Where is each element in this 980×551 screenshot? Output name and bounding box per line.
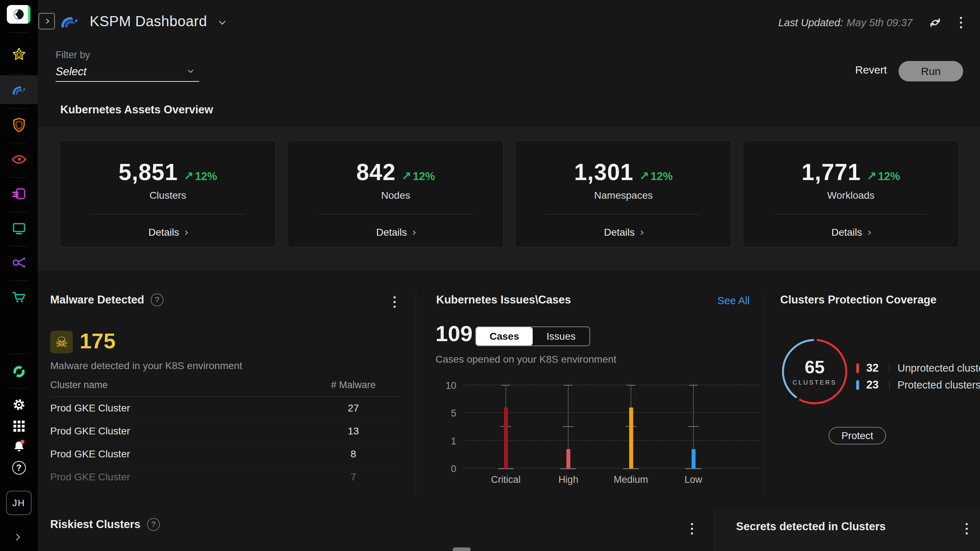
sidebar-item-apps[interactable]: [0, 416, 38, 436]
card-divider: [318, 214, 473, 215]
malware-table-header: Cluster name # Malware: [50, 379, 400, 397]
run-button[interactable]: Run: [899, 61, 963, 81]
table-row[interactable]: Prod GKE Cluster13: [50, 420, 400, 443]
table-row[interactable]: Prod GKE Cluster7: [50, 466, 400, 484]
riskiest-kebab-menu[interactable]: [689, 521, 695, 537]
revert-button[interactable]: Revert: [855, 64, 887, 76]
apps-grid-icon: [12, 419, 26, 433]
protect-button[interactable]: Protect: [829, 427, 886, 444]
card-divider: [546, 214, 700, 215]
star-icon: [11, 46, 27, 63]
issues-description: Cases opened on your K8S environment: [436, 354, 616, 365]
product-logo[interactable]: [7, 5, 30, 24]
sidebar-item-protection[interactable]: [0, 110, 38, 139]
user-avatar[interactable]: JH: [6, 491, 32, 515]
riskiest-help-icon[interactable]: ?: [147, 518, 160, 531]
monitor-icon: [11, 220, 27, 236]
cart-icon: [11, 289, 27, 305]
see-all-link[interactable]: See All: [718, 295, 750, 307]
sidebar-expand-button[interactable]: [14, 535, 19, 541]
details-link[interactable]: Details: [376, 227, 415, 238]
riskiest-clusters-title: Riskiest Clusters: [50, 518, 141, 531]
sidebar-item-kspm-active[interactable]: [0, 75, 38, 104]
sidebar-item-connections[interactable]: [0, 248, 38, 277]
horizontal-scrollbar-thumb[interactable]: [453, 548, 471, 551]
stat-value: 842: [356, 159, 396, 185]
sidebar-item-detections[interactable]: [0, 145, 38, 174]
table-row[interactable]: Prod GKE Cluster27: [50, 397, 400, 420]
legend-tick-blue: [856, 380, 859, 390]
x-label-low: Low: [668, 474, 719, 485]
trend-up-arrow-icon: ↗: [639, 169, 649, 183]
trend-badge: ↗12%: [639, 169, 673, 183]
severity-chart: 0 1 5 10 Critical High Medium Low: [463, 385, 760, 468]
malware-panel-title: Malware Detected: [50, 293, 144, 306]
kspm-dashboard-app: ? JH KSPM Dashboard Last Updated:May 5th…: [0, 0, 980, 551]
stat-value: 1,301: [574, 159, 633, 185]
chevron-right-icon: [183, 230, 188, 235]
sidebar-item-notifications[interactable]: [0, 436, 38, 456]
chart-column-critical: Critical: [498, 385, 514, 468]
assets-overview-title: Kubernetes Assets Overview: [60, 104, 213, 116]
legend-unprotected: 32 Unprotected clusters: [856, 361, 980, 374]
kspm-header-icon: [57, 10, 82, 32]
secrets-panel-title: Secrets detected in Clusters: [736, 520, 886, 533]
tab-cases[interactable]: Cases: [476, 327, 533, 346]
chevron-right-icon: [866, 230, 871, 235]
details-link[interactable]: Details: [604, 227, 643, 238]
sidebar-item-help[interactable]: ?: [0, 458, 38, 478]
y-tick-0: 0: [451, 463, 456, 475]
stat-value: 5,851: [119, 159, 178, 185]
bar-high[interactable]: [566, 449, 570, 468]
sidebar-item-export[interactable]: [0, 179, 38, 208]
details-link[interactable]: Details: [832, 227, 870, 238]
sidebar-item-endpoints[interactable]: [0, 214, 38, 242]
notifications-bell-icon: [11, 439, 27, 454]
legend-tick-red: [856, 363, 859, 373]
details-link[interactable]: Details: [148, 227, 188, 238]
share-icon: [11, 254, 27, 271]
malware-help-icon[interactable]: ?: [151, 293, 164, 306]
stat-card-namespaces: 1,301 ↗12% Namespaces Details: [515, 141, 732, 247]
protection-donut-chart: 65 CLUSTERS: [780, 336, 850, 407]
page-title: KSPM Dashboard: [90, 13, 207, 29]
sidebar-item-compliance[interactable]: [0, 40, 38, 69]
header-right: Last Updated:May 5th 09:37: [778, 14, 964, 31]
title-chevron-down-icon[interactable]: [219, 18, 225, 24]
stat-card-nodes: 842 ↗12% Nodes Details: [288, 141, 504, 247]
header-kebab-menu[interactable]: [958, 15, 964, 30]
trend-up-arrow-icon: ↗: [401, 169, 412, 183]
chart-column-low: Low: [686, 385, 701, 468]
bar-medium[interactable]: [629, 408, 633, 468]
panel-divider: [764, 291, 764, 496]
stat-card-workloads: 1,771 ↗12% Workloads Details: [743, 141, 959, 247]
stat-card-clusters: 5,851 ↗12% Clusters Details: [60, 141, 276, 247]
trend-badge: ↗12%: [401, 169, 435, 183]
filter-select-value: Select: [56, 65, 86, 78]
sidebar-item-marketplace[interactable]: [0, 283, 38, 311]
issues-panel-title: Kubernetes Issues\Cases: [436, 293, 571, 306]
last-updated: Last Updated:May 5th 09:37: [778, 17, 913, 29]
malware-count: 175: [80, 329, 116, 354]
table-row[interactable]: Prod GKE Cluster8: [50, 443, 400, 466]
filter-select[interactable]: Select: [56, 65, 199, 82]
assets-overview-band: 5,851 ↗12% Clusters Details 842 ↗12% Nod…: [38, 126, 980, 271]
bar-low[interactable]: [692, 449, 695, 468]
x-label-critical: Critical: [480, 474, 531, 485]
trend-badge: ↗12%: [184, 169, 217, 183]
panel-expand-button[interactable]: [38, 13, 55, 29]
stat-label: Nodes: [381, 190, 410, 201]
tab-issues[interactable]: Issues: [533, 327, 589, 346]
chevron-right-icon: [411, 230, 416, 235]
y-tick-10: 10: [445, 380, 456, 391]
sidebar-item-loop[interactable]: [0, 357, 38, 386]
y-tick-5: 5: [451, 408, 456, 419]
refresh-icon[interactable]: [927, 14, 943, 31]
kubernetes-issues-panel: Kubernetes Issues\Cases See All 109 Case…: [435, 283, 764, 498]
malware-kebab-menu[interactable]: [391, 294, 398, 310]
x-label-high: High: [543, 474, 593, 485]
card-divider: [774, 214, 928, 215]
secrets-kebab-menu[interactable]: [964, 521, 970, 537]
bar-critical[interactable]: [504, 408, 508, 468]
sidebar-item-settings[interactable]: [0, 395, 38, 415]
